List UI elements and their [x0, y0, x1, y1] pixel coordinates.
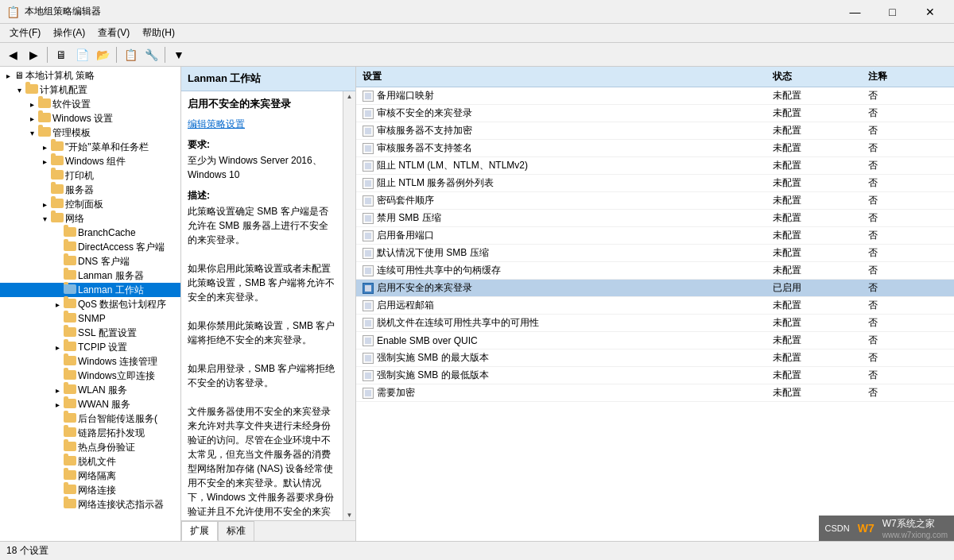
tree-item-snmp[interactable]: ▸ SNMP	[0, 311, 180, 326]
tree-label-snmp: SNMP	[78, 313, 106, 324]
watermark-site: W7系统之家 www.w7xiong.com	[882, 517, 948, 539]
tree-item-bgtransfer[interactable]: ▸ 后台智能传送服务(	[0, 411, 180, 426]
settings-row[interactable]: 阻止 NTLM 服务器例外列表未配置否	[356, 175, 954, 192]
settings-row[interactable]: 备用端口映射未配置否	[356, 87, 954, 105]
close-button[interactable]: ✕	[912, 0, 948, 24]
tree-item-wwan[interactable]: ▸ WWAN 服务	[0, 397, 180, 411]
menu-view[interactable]: 查看(V)	[91, 25, 136, 41]
da-folder-icon	[64, 241, 78, 253]
tree-item-software[interactable]: ▸ 软件设置	[0, 97, 180, 111]
tree-item-wincomp[interactable]: ▸ Windows 组件	[0, 154, 180, 168]
root-expand-icon[interactable]: ▸	[2, 71, 14, 80]
settings-row[interactable]: 强制实施 SMB 的最低版本未配置否	[356, 367, 954, 384]
tree-item-lanman-workstation[interactable]: ▸ Lanman 工作站	[0, 283, 180, 297]
tree-item-directaccess[interactable]: ▸ DirectAccess 客户端	[0, 240, 180, 254]
toolbar-btn-3[interactable]: 📂	[93, 45, 112, 64]
startmenu-expand-icon[interactable]: ▸	[38, 143, 51, 152]
menu-help[interactable]: 帮助(H)	[136, 25, 181, 41]
tree-item-admin[interactable]: ▾ 管理模板	[0, 126, 180, 140]
wincomp-expand-icon[interactable]: ▸	[38, 157, 51, 166]
setting-label: 需要加密	[377, 386, 415, 400]
edit-policy-link[interactable]: 编辑策略设置	[188, 118, 245, 129]
minimize-button[interactable]: —	[837, 0, 873, 24]
tcpip-expand-icon[interactable]: ▸	[51, 343, 64, 352]
status-cell: 未配置	[773, 159, 868, 172]
back-button[interactable]: ◀	[3, 45, 22, 64]
menu-bar: 文件(F) 操作(A) 查看(V) 帮助(H)	[0, 24, 954, 43]
settings-row[interactable]: 阻止 NTLM (LM、NTLM、NTLMv2)未配置否	[356, 157, 954, 175]
policy-icon	[363, 335, 374, 346]
settings-row[interactable]: 审核不安全的来宾登录未配置否	[356, 105, 954, 122]
windows-expand-icon[interactable]: ▸	[25, 114, 38, 123]
settings-row[interactable]: 启用远程邮箱未配置否	[356, 297, 954, 315]
tree-item-tcpip[interactable]: ▸ TCPIP 设置	[0, 340, 180, 354]
toolbar-btn-5[interactable]: 🔧	[142, 45, 161, 64]
menu-action[interactable]: 操作(A)	[47, 25, 91, 41]
tree-item-winconn2[interactable]: ▸ Windows立即连接	[0, 369, 180, 383]
wwan-expand-icon[interactable]: ▸	[51, 400, 64, 409]
show-hide-button[interactable]: 🖥	[52, 45, 71, 64]
forward-button[interactable]: ▶	[24, 45, 43, 64]
status-cell: 未配置	[773, 334, 868, 347]
tree-item-computer[interactable]: ▾ 计算机配置	[0, 83, 180, 97]
toolbar-btn-4[interactable]: 📋	[121, 45, 140, 64]
qos-expand-icon[interactable]: ▸	[51, 300, 64, 309]
software-expand-icon[interactable]: ▸	[25, 100, 38, 109]
settings-row[interactable]: 密码套件顺序未配置否	[356, 192, 954, 210]
computer-expand-icon[interactable]: ▾	[13, 86, 25, 95]
tree-item-dns[interactable]: ▸ DNS 客户端	[0, 254, 180, 268]
tree-item-windows[interactable]: ▸ Windows 设置	[0, 111, 180, 126]
tree-item-startmenu[interactable]: ▸ "开始"菜单和任务栏	[0, 140, 180, 154]
tab-expand[interactable]: 扩展	[181, 521, 218, 541]
computer-folder-icon	[25, 84, 40, 96]
tree-item-wlan[interactable]: ▸ WLAN 服务	[0, 383, 180, 397]
tree-label-wlan: WLAN 服务	[78, 384, 127, 397]
policy-icon	[363, 213, 374, 224]
settings-row[interactable]: 默认情况下使用 SMB 压缩未配置否	[356, 245, 954, 262]
tree-item-hotspot[interactable]: ▸ 热点身份验证	[0, 440, 180, 454]
tree-item-topo[interactable]: ▸ 链路层拓扑发现	[0, 426, 180, 440]
tree-item-netiso[interactable]: ▸ 网络隔离	[0, 469, 180, 483]
settings-row[interactable]: 禁用 SMB 压缩未配置否	[356, 210, 954, 227]
filter-button[interactable]: ▼	[169, 45, 188, 64]
desc-scrollbar[interactable]: ▲ ▼	[343, 91, 355, 520]
menu-file[interactable]: 文件(F)	[3, 25, 47, 41]
tree-root[interactable]: ▸ 🖥 本地计算机 策略	[0, 68, 180, 83]
control-expand-icon[interactable]: ▸	[38, 200, 51, 209]
tree-item-control[interactable]: ▸ 控制面板	[0, 197, 180, 211]
note-cell: 否	[868, 124, 948, 137]
tree-item-ssl[interactable]: ▸ SSL 配置设置	[0, 326, 180, 340]
network-expand-icon[interactable]: ▾	[38, 214, 51, 223]
tree-item-server[interactable]: ▸ 服务器	[0, 183, 180, 197]
settings-row[interactable]: 需要加密未配置否	[356, 384, 954, 402]
toolbar-btn-2[interactable]: 📄	[72, 45, 91, 64]
wlan-folder-icon	[64, 384, 78, 396]
tree-item-network[interactable]: ▾ 网络	[0, 211, 180, 226]
setting-label: 强制实施 SMB 的最大版本	[377, 351, 489, 365]
settings-row[interactable]: 强制实施 SMB 的最大版本未配置否	[356, 350, 954, 367]
tree-item-qos[interactable]: ▸ QoS 数据包计划程序	[0, 297, 180, 311]
admin-expand-icon[interactable]: ▾	[25, 129, 38, 137]
settings-row[interactable]: 启用不安全的来宾登录已启用否	[356, 280, 954, 297]
settings-row[interactable]: 审核服务器不支持加密未配置否	[356, 122, 954, 140]
maximize-button[interactable]: □	[874, 0, 910, 24]
tree-item-winconnect[interactable]: ▸ Windows 连接管理	[0, 354, 180, 369]
policy-icon	[363, 230, 374, 241]
tree-item-offline[interactable]: ▸ 脱机文件	[0, 454, 180, 469]
tab-standard[interactable]: 标准	[218, 521, 254, 541]
settings-row[interactable]: 连续可用性共享中的句柄缓存未配置否	[356, 262, 954, 280]
tree-item-netstat[interactable]: ▸ 网络连接状态指示器	[0, 497, 180, 512]
setting-cell: 审核服务器不支持加密	[363, 124, 773, 137]
tree-item-printer[interactable]: ▸ 打印机	[0, 168, 180, 183]
settings-row[interactable]: 审核服务器不支持签名未配置否	[356, 140, 954, 157]
software-folder-icon	[38, 98, 52, 110]
settings-row[interactable]: 脱机文件在连续可用性共享中的可用性未配置否	[356, 315, 954, 332]
policy-icon	[363, 353, 374, 364]
desc-body: 启用不安全的来宾登录 编辑策略设置 要求: 至少为 Windows Server…	[181, 91, 355, 520]
wlan-expand-icon[interactable]: ▸	[51, 386, 64, 395]
tree-item-lanman-server[interactable]: ▸ Lanman 服务器	[0, 268, 180, 283]
settings-row[interactable]: 启用备用端口未配置否	[356, 227, 954, 245]
settings-row[interactable]: Enable SMB over QUIC未配置否	[356, 332, 954, 350]
tree-item-branchcache[interactable]: ▸ BranchCache	[0, 226, 180, 240]
tree-item-netconn2[interactable]: ▸ 网络连接	[0, 483, 180, 497]
